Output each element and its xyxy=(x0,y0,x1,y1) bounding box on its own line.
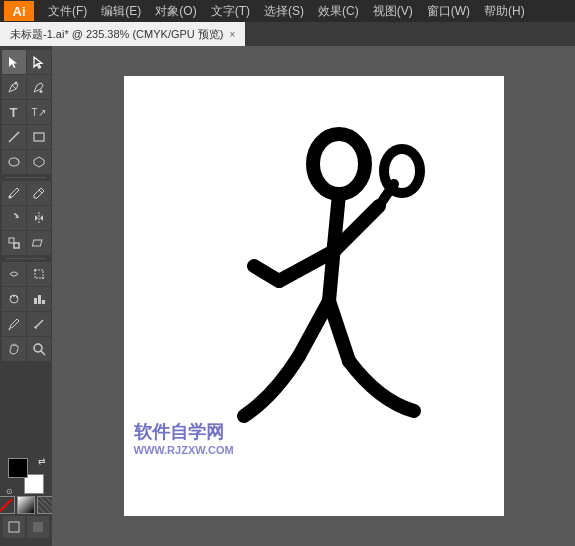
color-boxes: ⇄ ⊙ xyxy=(8,458,44,494)
svg-rect-4 xyxy=(34,133,44,141)
svg-point-16 xyxy=(42,277,44,279)
svg-point-19 xyxy=(13,295,15,297)
svg-rect-22 xyxy=(38,295,41,304)
main-layout: T T↗ xyxy=(0,46,575,546)
line-tool[interactable] xyxy=(2,125,26,149)
column-graph-tool[interactable] xyxy=(27,287,51,311)
menu-effect[interactable]: 效果(C) xyxy=(312,1,365,22)
type-on-path-tool[interactable]: T↗ xyxy=(27,100,51,124)
reset-colors-icon[interactable]: ⊙ xyxy=(6,487,13,496)
measure-tool[interactable] xyxy=(27,312,51,336)
menu-select[interactable]: 选择(S) xyxy=(258,1,310,22)
full-screen-mode[interactable] xyxy=(27,516,49,538)
pattern-swatch[interactable] xyxy=(37,496,52,514)
svg-point-20 xyxy=(16,296,18,298)
ellipse-tool[interactable] xyxy=(2,150,26,174)
tab-close-button[interactable]: × xyxy=(230,29,236,40)
hand-tool[interactable] xyxy=(2,337,26,361)
color-section: ⇄ ⊙ xyxy=(0,454,52,544)
left-toolbar: T T↗ xyxy=(0,46,52,546)
menu-file[interactable]: 文件(F) xyxy=(42,1,93,22)
shear-tool[interactable] xyxy=(27,231,51,255)
svg-point-0 xyxy=(14,82,17,85)
swap-colors-icon[interactable]: ⇄ xyxy=(38,456,46,466)
svg-line-29 xyxy=(41,351,45,355)
svg-point-18 xyxy=(10,296,12,298)
polygon-tool[interactable] xyxy=(27,150,51,174)
svg-point-28 xyxy=(34,344,42,352)
toolbar-divider xyxy=(6,177,46,178)
tab-bar: 未标题-1.ai* @ 235.38% (CMYK/GPU 预览) × xyxy=(0,22,575,46)
eyedropper-tool[interactable] xyxy=(2,312,26,336)
free-transform-tool[interactable] xyxy=(27,262,51,286)
gradient-swatch[interactable] xyxy=(17,496,35,514)
direct-select-tool[interactable] xyxy=(27,50,51,74)
svg-rect-31 xyxy=(9,522,19,532)
svg-rect-32 xyxy=(33,522,43,532)
svg-line-25 xyxy=(35,320,43,328)
svg-line-3 xyxy=(9,132,19,142)
canvas-area[interactable]: 软件自学网 WWW.RJZXW.COM xyxy=(52,46,575,546)
svg-point-38 xyxy=(384,149,420,193)
symbol-tool[interactable] xyxy=(2,287,26,311)
svg-line-24 xyxy=(9,328,10,330)
pen-tool[interactable] xyxy=(2,75,26,99)
color-mode-row xyxy=(0,496,52,514)
tab-label: 未标题-1.ai* @ 235.38% (CMYK/GPU 预览) xyxy=(10,27,224,42)
select-tool[interactable] xyxy=(2,50,26,74)
menu-help[interactable]: 帮助(H) xyxy=(478,1,531,22)
menu-edit[interactable]: 编辑(E) xyxy=(95,1,147,22)
svg-point-7 xyxy=(8,196,11,199)
app-logo: Ai xyxy=(4,1,34,21)
menu-bar: Ai 文件(F) 编辑(E) 对象(O) 文字(T) 选择(S) 效果(C) 视… xyxy=(0,0,575,22)
svg-rect-23 xyxy=(42,300,45,304)
svg-line-30 xyxy=(0,499,12,511)
bottom-icons xyxy=(3,516,49,538)
rect-tool[interactable] xyxy=(27,125,51,149)
toolbar-divider-2 xyxy=(6,258,46,259)
svg-rect-12 xyxy=(14,243,19,248)
svg-rect-21 xyxy=(34,298,37,304)
svg-line-8 xyxy=(39,190,42,193)
add-anchor-tool[interactable] xyxy=(27,75,51,99)
svg-line-42 xyxy=(329,301,349,361)
warp-tool[interactable] xyxy=(2,262,26,286)
none-swatch[interactable] xyxy=(0,496,15,514)
svg-rect-14 xyxy=(35,270,43,278)
svg-rect-13 xyxy=(32,240,42,246)
active-tab[interactable]: 未标题-1.ai* @ 235.38% (CMYK/GPU 预览) × xyxy=(0,22,245,46)
canvas-document: 软件自学网 WWW.RJZXW.COM xyxy=(124,76,504,516)
menu-object[interactable]: 对象(O) xyxy=(149,1,202,22)
svg-line-40 xyxy=(254,266,279,281)
brush-tool[interactable] xyxy=(2,181,26,205)
pencil-tool[interactable] xyxy=(27,181,51,205)
menu-text[interactable]: 文字(T) xyxy=(205,1,256,22)
svg-marker-6 xyxy=(34,157,44,167)
menu-window[interactable]: 窗口(W) xyxy=(421,1,476,22)
type-tool[interactable]: T xyxy=(2,100,26,124)
zoom-tool[interactable] xyxy=(27,337,51,361)
change-screen-mode[interactable] xyxy=(3,516,25,538)
rotate-tool[interactable] xyxy=(2,206,26,230)
foreground-color-swatch[interactable] xyxy=(8,458,28,478)
menu-view[interactable]: 视图(V) xyxy=(367,1,419,22)
stick-figure-art xyxy=(184,116,444,476)
svg-point-33 xyxy=(313,134,365,194)
svg-point-15 xyxy=(34,269,36,271)
reflect-tool[interactable] xyxy=(27,206,51,230)
svg-point-5 xyxy=(9,158,19,166)
scale-tool[interactable] xyxy=(2,231,26,255)
